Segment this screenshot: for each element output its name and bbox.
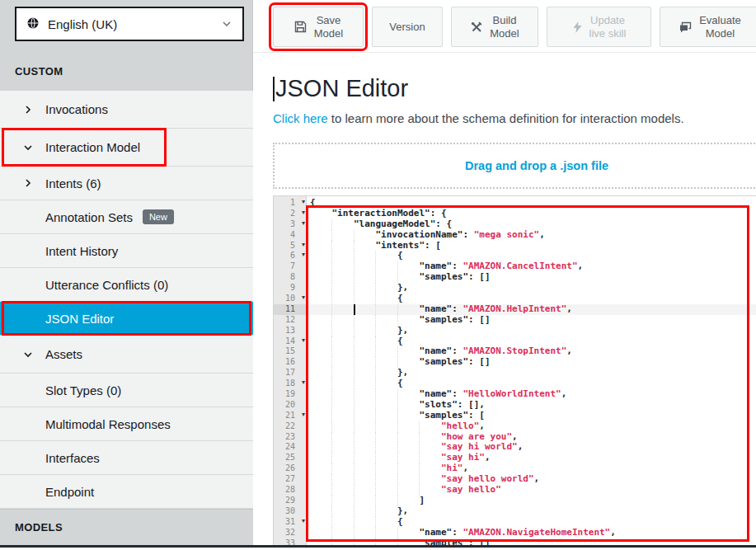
sidebar-item-endpoint[interactable]: Endpoint — [0, 475, 253, 509]
sidebar-item-intent-history[interactable]: Intent History — [0, 234, 253, 268]
gutter-line-number: 8 — [274, 272, 306, 283]
sidebar-item-annotation-sets[interactable]: Annotation SetsNew — [0, 200, 253, 234]
sidebar-item-label: Intents (6) — [45, 176, 101, 190]
sidebar-item-label: Utterance Conflicts (0) — [45, 278, 168, 292]
sidebar-item-label: Invocations — [45, 102, 108, 116]
gutter-line-number: 29 — [274, 496, 306, 506]
gutter-line-number: 18▾ — [274, 378, 306, 389]
toolbar: SaveModelVersionBuildModelUpdatelive ski… — [253, 0, 756, 53]
fold-toggle-icon[interactable]: ▾ — [302, 336, 305, 346]
version-button[interactable]: Version — [372, 7, 443, 47]
gutter-line-number: 10▾ — [274, 294, 306, 304]
sidebar-item-label: JSON Editor — [45, 312, 114, 326]
subtitle: Click here to learn more about the schem… — [273, 111, 756, 125]
build-icon — [470, 21, 483, 34]
subtitle-text: to learn more about the schema definitio… — [328, 111, 684, 125]
save-model-button[interactable]: SaveModel — [273, 7, 364, 47]
version-label: Version — [389, 21, 425, 33]
fold-toggle-icon[interactable]: ▾ — [302, 197, 305, 208]
main-content: JSON Editor Click here to learn more abo… — [253, 53, 756, 545]
fold-toggle-icon[interactable]: ▾ — [302, 293, 305, 303]
gutter-line-number: 27 — [274, 474, 306, 485]
gutter-line-number: 31▾ — [274, 517, 306, 528]
sidebar-item-invocations[interactable]: Invocations — [0, 91, 253, 129]
sidebar-item-label: Interaction Model — [45, 140, 140, 154]
indent-guide — [397, 538, 398, 546]
build-model-button[interactable]: BuildModel — [451, 7, 538, 47]
code-line: "samples": [] — [307, 538, 756, 546]
sidebar-item-assets[interactable]: Assets — [0, 336, 253, 374]
new-badge: New — [143, 209, 174, 224]
fold-toggle-icon[interactable]: ▾ — [302, 208, 305, 219]
indent-guide — [354, 538, 355, 546]
fold-toggle-icon[interactable]: ▾ — [302, 240, 305, 251]
gutter-line-number: 25 — [274, 453, 306, 463]
gutter-line-number: 3▾ — [274, 219, 306, 230]
chevron-down-icon — [23, 350, 45, 360]
gutter-line-number: 22 — [274, 421, 306, 432]
alexa-developer-console: English (UK) CUSTOM InvocationsInteracti… — [0, 0, 756, 550]
gutter-line-number: 11 — [274, 304, 306, 315]
click-here-link[interactable]: Click here — [273, 111, 328, 125]
chat-icon — [679, 21, 693, 34]
gutter-line-number: 26 — [274, 463, 306, 474]
indent-guide — [375, 538, 376, 546]
models-section-label: MODELS — [15, 521, 63, 534]
sidebar-item-label: Slot Types (0) — [45, 383, 121, 397]
gutter-line-number: 19 — [274, 389, 306, 400]
gutter-line-number: 28 — [274, 485, 306, 496]
gutter-line-number: 15 — [274, 346, 306, 357]
fold-toggle-icon[interactable]: ▾ — [302, 410, 305, 421]
gutter-line-number: 21▾ — [274, 411, 306, 421]
page-title: JSON Editor — [273, 75, 756, 102]
evaluate-model-label: EvaluateModel — [699, 14, 741, 40]
update-live-skill-button: Updatelive skill — [547, 7, 651, 47]
sidebar-item-label: Interfaces — [45, 451, 100, 465]
sidebar-item-label: Multimodal Responses — [45, 417, 171, 431]
gutter-line-number: 16 — [274, 357, 306, 368]
json-dropzone[interactable]: Drag and drop a .json file — [273, 143, 756, 189]
sidebar-item-utterance-conflicts-0[interactable]: Utterance Conflicts (0) — [0, 268, 253, 302]
evaluate-model-button[interactable]: EvaluateModel — [660, 7, 756, 47]
sidebar-item-label: Annotation Sets — [45, 210, 133, 224]
editor-code-area[interactable]: { "interactionModel": { "languageModel":… — [307, 196, 756, 545]
gutter-line-number: 12 — [274, 315, 306, 326]
fold-toggle-icon[interactable]: ▾ — [302, 219, 305, 229]
json-code-editor[interactable]: 1▾2▾3▾45▾6▾78910▾11121314▾15161718▾19202… — [273, 195, 756, 545]
sidebar-item-intents-6[interactable]: Intents (6) — [0, 167, 253, 200]
chevron-down-icon — [23, 143, 45, 153]
gutter-line-number: 33 — [274, 538, 306, 546]
bolt-icon — [572, 21, 583, 34]
sidebar-item-label: Assets — [45, 347, 82, 361]
globe-icon — [26, 16, 40, 32]
custom-section-header: CUSTOM — [15, 65, 63, 78]
build-model-label: BuildModel — [490, 14, 519, 40]
models-section-header: MODELS — [0, 509, 253, 545]
sidebar-item-label: Intent History — [45, 244, 118, 258]
sidebar-item-slot-types-0[interactable]: Slot Types (0) — [0, 374, 253, 407]
gutter-line-number: 23 — [274, 432, 306, 443]
sidebar-item-multimodal-responses[interactable]: Multimodal Responses — [0, 407, 253, 441]
text-caret — [273, 77, 275, 101]
indent-guide — [331, 538, 332, 546]
fold-toggle-icon[interactable]: ▾ — [302, 250, 305, 261]
fold-toggle-icon[interactable]: ▾ — [302, 516, 305, 527]
sidebar-nav: InvocationsInteraction ModelIntents (6)A… — [0, 91, 253, 509]
update-live-skill-label: Updatelive skill — [589, 14, 627, 40]
sidebar: English (UK) CUSTOM InvocationsInteracti… — [0, 0, 253, 545]
fold-toggle-icon[interactable]: ▾ — [302, 378, 305, 388]
dropzone-label: Drag and drop a .json file — [465, 159, 608, 172]
window-bottom-edge — [0, 545, 756, 548]
sidebar-item-interaction-model[interactable]: Interaction Model — [0, 129, 253, 167]
sidebar-item-interfaces[interactable]: Interfaces — [0, 441, 253, 475]
gutter-line-number: 24 — [274, 442, 306, 453]
sidebar-item-label: Endpoint — [45, 485, 94, 499]
save-icon — [293, 20, 308, 34]
chevron-down-icon — [221, 18, 232, 30]
sidebar-item-json-editor[interactable]: JSON Editor — [0, 302, 253, 336]
chevron-right-icon — [23, 105, 45, 115]
gutter-line-number: 32 — [274, 528, 306, 538]
language-selector[interactable]: English (UK) — [15, 7, 244, 41]
chevron-right-icon — [23, 178, 45, 188]
gutter-line-number: 14▾ — [274, 336, 306, 347]
